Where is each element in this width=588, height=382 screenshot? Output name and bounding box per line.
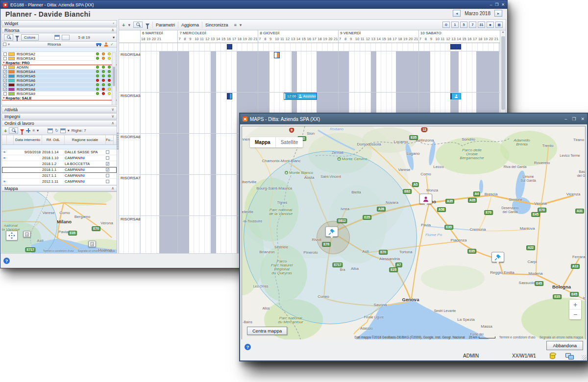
mappa-panel-header[interactable]: Mappa ∧ [1,185,117,191]
select-all-checkbox[interactable] [3,43,6,46]
abbandona-button[interactable]: Abbandona [546,341,583,350]
close-icon[interactable]: ✕ [501,2,505,7]
gantt-event[interactable] [274,52,280,58]
minimize-icon[interactable]: – [490,2,492,7]
gantt-event[interactable]: 12:00Assistenza [284,93,317,99]
restore-icon[interactable]: ❐ [495,2,498,7]
menu-icon[interactable]: ≡ [234,23,237,27]
maps-titlebar[interactable]: MAPS - Ditta: Azienda SPA (XX) – ❐ ✕ [240,114,587,124]
odl-row[interactable]: 2017.1.1CAMPANINI [2,173,117,179]
gantt-event[interactable] [450,93,461,99]
chevron-down-icon[interactable]: ▾ [37,128,39,133]
resize-grip[interactable] [582,355,587,360]
chevron-up-icon[interactable]: ∧ [111,186,114,191]
odl-row[interactable]: »9/03/20182018.1.14DALLE SASSE SPA [2,149,117,155]
gantt-event[interactable] [227,44,232,49]
odl-column-header[interactable] [7,135,14,144]
reschedule-icon[interactable]: » [2,156,7,160]
chevron-down-icon[interactable]: ▾ [240,23,242,27]
help-icon[interactable]: ? [245,344,251,350]
odl-row[interactable]: »2012.1.11CAMPANINI [2,179,117,185]
odl-row[interactable]: 2018.1.1CAMPANINI✓ [2,167,117,173]
document-marker[interactable] [24,231,31,238]
risorsa-column-header[interactable]: Risorsa [13,42,96,47]
odl-column-header[interactable]: Ragione sociale [65,135,106,144]
row-checkbox[interactable] [3,57,7,60]
view-resources-icon[interactable]: ☻ [487,22,494,28]
filter-icon[interactable] [146,24,149,26]
row-checkbox[interactable] [3,92,7,96]
map-canvas[interactable]: AnnemasseSionRodanoDomodossolaLocarnoBel… [242,126,586,340]
odl-row[interactable]: »2018.1.10CAMPANINI [2,155,117,161]
collapse-triangle-icon[interactable]: ▾ [3,61,5,65]
search-button[interactable] [4,34,13,41]
row-checkbox[interactable]: ✓ [3,88,7,91]
odl-column-header[interactable]: Fu... [106,135,114,144]
odl-grid-header[interactable]: Data interventoRif. OdLRagione socialeFu… [2,135,117,145]
tab-satellite[interactable]: Satellite [276,137,303,147]
prev-month-button[interactable]: ◂ [453,10,461,17]
pan-button[interactable] [6,231,18,240]
view-5-days-icon[interactable]: 5 [460,22,467,28]
view-settings-icon[interactable]: ⚙ [442,22,450,28]
pin-marker[interactable] [491,252,504,262]
row-checkbox[interactable]: ✓ [3,74,7,78]
chevron-down-icon[interactable]: ▾ [128,23,130,27]
report-error-link[interactable]: Segnala un errore nella mappa [77,249,115,252]
gantt-event[interactable] [227,93,232,99]
calendar-icon[interactable] [48,128,53,133]
odl-filter-row[interactable] [2,145,117,149]
row-checkbox[interactable]: ✓ [3,83,7,87]
zoom-in-button[interactable]: + [569,300,581,310]
close-icon[interactable]: ✕ [581,117,585,121]
view-calendar-icon[interactable]: ▦ [495,22,503,28]
impegni-panel-header[interactable]: Impegni ∨ [1,113,117,119]
centra-mappa-button[interactable]: Centra mappa [247,327,287,335]
gantt-button-sincronizza[interactable]: Sincronizza [202,22,231,28]
gantt-button-parametri[interactable]: Parametri [152,22,178,28]
zoom-out-button[interactable]: − [569,310,581,319]
gantt-event[interactable] [450,44,461,49]
reschedule-icon[interactable]: » [2,150,7,154]
chevron-up-icon[interactable]: ∧ [111,121,114,125]
next-month-button[interactable]: ▸ [494,10,502,17]
chevron-up-icon[interactable]: ∧ [111,28,114,32]
row-checkbox[interactable] [3,66,7,69]
odl-column-header[interactable] [2,135,7,144]
odl-column-header[interactable]: Rif. OdL [42,135,65,144]
chevron-down-icon[interactable]: ∨ [111,114,114,119]
search-button[interactable] [9,127,18,134]
calendar-icon[interactable] [54,35,60,40]
sort-icon[interactable]: ▾ [8,42,13,47]
tab-mappa[interactable]: Mappa [250,137,276,147]
row-checkbox[interactable] [3,52,7,56]
scroll-up-icon[interactable]: ▲ [502,30,505,33]
widget-panel-header[interactable]: Widget ‹ [1,20,117,26]
odl-checkbox[interactable]: ✓ [106,168,109,171]
odl-column-header[interactable]: Data intervento [14,135,42,144]
chevron-down-icon[interactable]: ∨ [111,107,114,112]
gantt-button-aggiorna[interactable]: Aggiorna [178,22,202,28]
risorsa-filter-row[interactable] [2,48,117,52]
help-icon[interactable]: ? [3,258,10,264]
collapse-sidebar-icon[interactable]: ‹ [113,21,114,25]
add-icon[interactable]: + [4,129,7,133]
maximize-icon[interactable]: ❐ [572,117,576,121]
minimize-icon[interactable]: – [564,117,567,121]
scrollbar-thumb[interactable] [113,67,115,86]
collapse-triangle-icon[interactable]: ▾ [3,96,5,100]
terms-link[interactable]: Termini e condizioni d'uso [43,249,74,252]
database-icon[interactable] [550,353,555,359]
odl-row[interactable]: 2018.1.2LA BOCCETTA✓ [2,161,117,167]
attivita-panel-header[interactable]: Attività ∨ [1,106,117,113]
view-1-days-icon[interactable]: 1 [451,22,459,28]
odl-checkbox[interactable] [106,156,109,160]
person-marker[interactable] [419,193,432,204]
filter-icon[interactable] [15,36,19,39]
risorsa-panel-header[interactable]: Risorsa ∧ [1,27,117,33]
filter-active-icon[interactable] [20,129,24,132]
chevron-down-icon[interactable]: ▾ [68,128,70,133]
odl-checkbox[interactable] [106,180,109,183]
chevron-down-icon[interactable]: ▾ [113,35,115,40]
planner-titlebar[interactable]: EG188 - Planner - Ditta: Azienda SPA (XX… [0,0,507,9]
